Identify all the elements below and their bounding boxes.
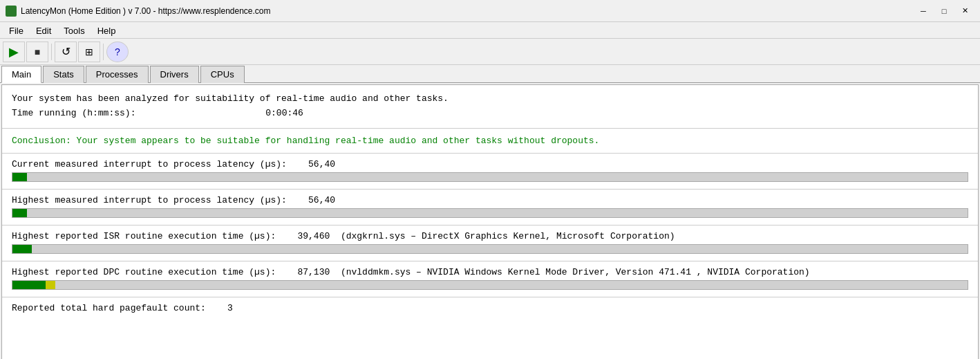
- play-button[interactable]: ▶: [3, 42, 25, 62]
- tab-bar: Main Stats Processes Drivers CPUs: [0, 65, 980, 83]
- metric-current-interrupt-bar: [12, 172, 968, 182]
- metric-dpc-fill2: [46, 281, 55, 289]
- info-line1: Your system has been analyzed for suitab…: [12, 92, 968, 107]
- metric-pagefault: Reported total hard pagefault count: 3: [2, 297, 978, 319]
- metric-dpc-label: Highest reported DPC routine execution t…: [12, 267, 968, 277]
- title-bar: LatencyMon (Home Edition ) v 7.00 - http…: [0, 0, 980, 22]
- metric-current-interrupt: Current measured interrupt to process la…: [2, 154, 978, 190]
- metric-highest-interrupt-bar: [12, 208, 968, 218]
- tab-drivers[interactable]: Drivers: [150, 66, 199, 83]
- toolbar-separator-2: [103, 44, 104, 60]
- metric-dpc-fill: [12, 281, 46, 289]
- refresh-button[interactable]: ↺: [55, 42, 77, 62]
- metric-current-interrupt-label: Current measured interrupt to process la…: [12, 159, 968, 169]
- metric-isr-bar: [12, 244, 968, 254]
- metric-pagefault-label: Reported total hard pagefault count: 3: [12, 303, 968, 313]
- title-bar-controls: ─ □ ✕: [914, 4, 974, 18]
- metric-isr-label: Highest reported ISR routine execution t…: [12, 231, 968, 241]
- menu-edit[interactable]: Edit: [30, 24, 57, 37]
- metric-dpc-bar: [12, 280, 968, 290]
- maximize-button[interactable]: □: [934, 4, 954, 18]
- menu-help[interactable]: Help: [91, 24, 122, 37]
- help-button[interactable]: ?: [106, 42, 129, 62]
- menu-tools[interactable]: Tools: [57, 24, 91, 37]
- title-bar-left: LatencyMon (Home Edition ) v 7.00 - http…: [6, 6, 271, 17]
- time-label: Time running (h:mm:ss):: [12, 108, 135, 118]
- time-value: 0:00:46: [265, 108, 303, 118]
- content-wrapper: Your system has been analyzed for suitab…: [1, 84, 979, 359]
- metric-highest-interrupt-label: Highest measured interrupt to process la…: [12, 195, 968, 205]
- info-line2: Time running (h:mm:ss): 0:00:46: [12, 107, 968, 121]
- toolbar: ▶ ■ ↺ ⊞ ?: [0, 39, 980, 65]
- menu-bar: File Edit Tools Help: [0, 22, 980, 39]
- close-button[interactable]: ✕: [955, 4, 974, 18]
- metric-isr-fill: [12, 245, 32, 253]
- tab-main[interactable]: Main: [1, 66, 41, 83]
- app-icon: [6, 6, 17, 17]
- tab-cpus[interactable]: CPUs: [200, 66, 245, 83]
- conclusion-text: Conclusion: Your system appears to be su…: [12, 136, 599, 146]
- menu-file[interactable]: File: [3, 24, 30, 37]
- tab-processes[interactable]: Processes: [86, 66, 149, 83]
- metric-isr: Highest reported ISR routine execution t…: [2, 225, 978, 261]
- conclusion-section: Conclusion: Your system appears to be su…: [2, 129, 978, 154]
- info-section: Your system has been analyzed for suitab…: [2, 85, 978, 129]
- toolbar-separator-1: [51, 44, 52, 60]
- metric-highest-interrupt-fill: [12, 209, 27, 217]
- metric-dpc: Highest reported DPC routine execution t…: [2, 261, 978, 297]
- stop-button[interactable]: ■: [26, 42, 48, 62]
- minimize-button[interactable]: ─: [914, 4, 933, 18]
- title-bar-text: LatencyMon (Home Edition ) v 7.00 - http…: [21, 6, 271, 16]
- tab-stats[interactable]: Stats: [43, 66, 84, 83]
- metric-current-interrupt-fill: [12, 173, 27, 181]
- monitor-button[interactable]: ⊞: [78, 42, 100, 62]
- metric-highest-interrupt: Highest measured interrupt to process la…: [2, 190, 978, 225]
